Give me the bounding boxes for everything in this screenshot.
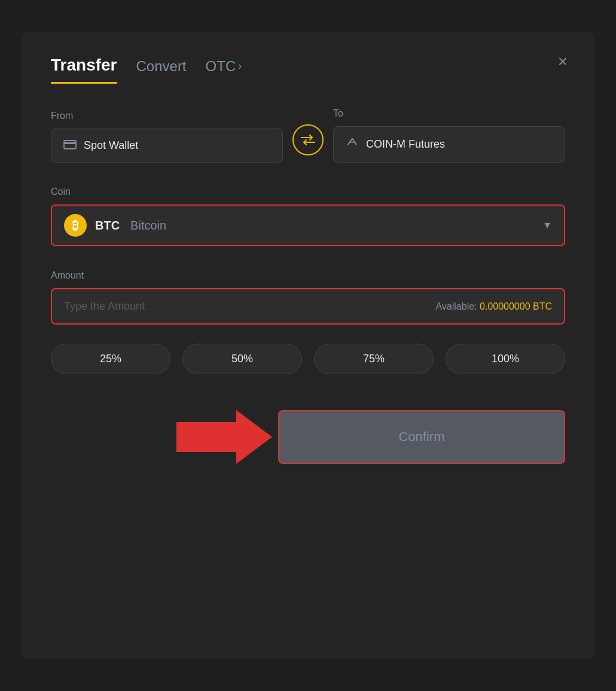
- header-divider: [51, 84, 565, 84]
- red-arrow-icon: [176, 410, 272, 464]
- from-to-section: From Spot Wallet To: [51, 108, 565, 163]
- from-wallet-label: Spot Wallet: [84, 139, 138, 152]
- chevron-right-icon: ›: [238, 60, 242, 72]
- available-label: Available: 0.00000000 BTC: [435, 301, 552, 312]
- svg-marker-2: [176, 410, 272, 464]
- pct-75-button[interactable]: 75%: [314, 344, 434, 374]
- futures-icon: [346, 136, 359, 152]
- amount-placeholder: Type the Amount: [64, 300, 435, 313]
- svg-rect-0: [64, 140, 76, 149]
- to-section: To COIN-M Futures: [333, 108, 565, 163]
- swap-button[interactable]: [292, 124, 324, 155]
- percentage-buttons: 25% 50% 75% 100%: [51, 344, 565, 374]
- confirm-button[interactable]: Confirm: [278, 410, 565, 464]
- svg-rect-1: [64, 142, 76, 144]
- coin-section: Coin ₿ BTC Bitcoin ▼: [51, 186, 565, 246]
- to-wallet-selector[interactable]: COIN-M Futures: [333, 126, 565, 163]
- tab-transfer[interactable]: Transfer: [51, 56, 117, 84]
- coin-symbol: BTC: [95, 219, 120, 233]
- coin-dropdown[interactable]: ₿ BTC Bitcoin ▼: [51, 204, 565, 246]
- swap-btn-container: [292, 124, 324, 163]
- amount-section: Amount Type the Amount Available: 0.0000…: [51, 270, 565, 325]
- to-wallet-label: COIN-M Futures: [366, 138, 445, 151]
- chevron-down-icon: ▼: [542, 220, 552, 231]
- tab-otc[interactable]: OTC ›: [206, 58, 242, 82]
- from-section: From Spot Wallet: [51, 111, 283, 163]
- from-wallet-selector[interactable]: Spot Wallet: [51, 129, 283, 163]
- to-label: To: [333, 108, 565, 119]
- available-value: 0.00000000 BTC: [480, 301, 552, 311]
- card-icon: [63, 139, 77, 152]
- amount-input-box[interactable]: Type the Amount Available: 0.00000000 BT…: [51, 288, 565, 325]
- transfer-modal: Transfer Convert OTC › × From Spot Walle…: [21, 32, 595, 659]
- amount-label: Amount: [51, 270, 565, 281]
- pct-25-button[interactable]: 25%: [51, 344, 170, 374]
- pct-100-button[interactable]: 100%: [446, 344, 565, 374]
- btc-icon: ₿: [64, 214, 87, 237]
- coin-label: Coin: [51, 186, 565, 197]
- pct-50-button[interactable]: 50%: [182, 344, 302, 374]
- close-button[interactable]: ×: [558, 53, 568, 70]
- modal-header: Transfer Convert OTC ›: [51, 56, 565, 84]
- arrow-indicator: [176, 410, 272, 464]
- from-label: From: [51, 111, 283, 121]
- tab-convert[interactable]: Convert: [136, 58, 187, 82]
- coin-name: Bitcoin: [130, 219, 166, 233]
